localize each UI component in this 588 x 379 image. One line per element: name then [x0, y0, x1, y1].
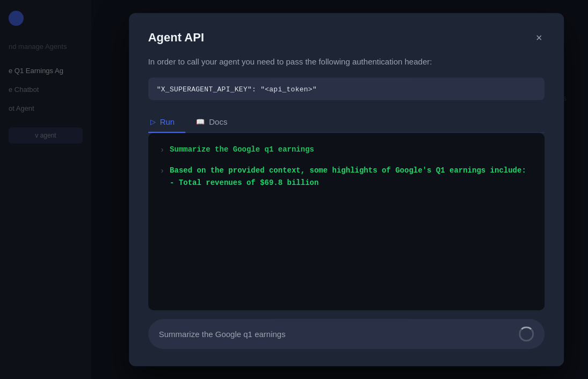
- code-snippet-box: "X_SUPERAGENT_API_KEY": "<api_token>": [148, 77, 545, 100]
- agent-api-modal: Agent API × In order to call your agent …: [129, 13, 564, 367]
- modal-header: Agent API ×: [148, 30, 545, 45]
- terminal-output: › Summarize the Google q1 earnings › Bas…: [148, 133, 545, 310]
- code-snippet-text: "X_SUPERAGENT_API_KEY": "<api_token>": [157, 85, 317, 94]
- terminal-line-query: › Summarize the Google q1 earnings: [160, 144, 533, 156]
- docs-icon: 📖: [196, 118, 205, 126]
- terminal-response-text: Based on the provided context, some high…: [170, 165, 533, 189]
- tab-run[interactable]: ▷ Run: [148, 112, 186, 133]
- tab-docs-label: Docs: [209, 117, 227, 126]
- tab-bar: ▷ Run 📖 Docs: [148, 112, 545, 133]
- tab-docs[interactable]: 📖 Docs: [194, 112, 238, 133]
- loading-spinner: [519, 326, 534, 341]
- tab-run-label: Run: [160, 117, 175, 126]
- run-icon: ▷: [150, 118, 156, 126]
- close-button[interactable]: ×: [534, 30, 545, 45]
- query-input-area[interactable]: [148, 319, 545, 349]
- terminal-line-response: › Based on the provided context, some hi…: [160, 165, 533, 189]
- modal-title: Agent API: [148, 31, 204, 45]
- chevron-icon-2: ›: [160, 166, 164, 177]
- query-input[interactable]: [159, 330, 513, 339]
- chevron-icon-1: ›: [160, 144, 164, 156]
- terminal-query-text: Summarize the Google q1 earnings: [170, 144, 314, 155]
- modal-description: In order to call your agent you need to …: [148, 56, 545, 68]
